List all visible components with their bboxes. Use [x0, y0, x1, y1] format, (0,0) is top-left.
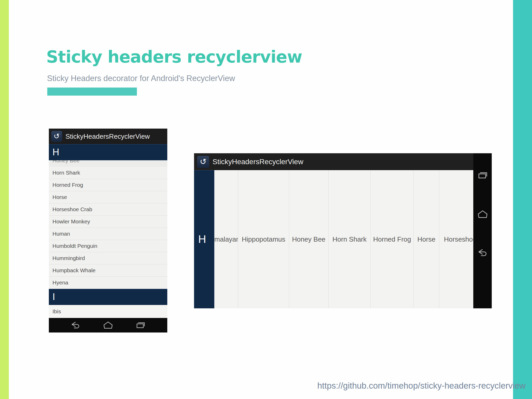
list-item-label: Howler Monkey	[52, 218, 90, 225]
list-item-label: Horseshoe	[444, 235, 473, 243]
list-item: Horseshoe	[439, 170, 473, 308]
list-item: Ibis	[49, 305, 167, 318]
sticky-header-i-letter: I	[52, 291, 55, 302]
landscape-list: H malayan Hippopotamus Honey Bee Horn Sh…	[194, 170, 473, 308]
back-icon	[70, 321, 82, 330]
right-accent-stripe	[513, 0, 532, 399]
list-item-label: Horseshoe Crab	[52, 206, 92, 212]
list-item-label: Horn Shark	[332, 235, 367, 243]
sticky-header-h-letter: H	[52, 147, 59, 158]
landscape-navbar	[473, 153, 492, 308]
list-item: Hummingbird	[49, 252, 167, 264]
list-item-partial: Honey Bee	[49, 160, 167, 167]
app-refresh-icon: ↺	[197, 156, 209, 168]
list-item: Horn Shark	[329, 170, 371, 308]
list-item: Hyena	[49, 277, 167, 289]
list-item: Honey Bee	[289, 170, 329, 308]
left-accent-stripe	[0, 0, 9, 399]
sticky-header-h: H	[194, 170, 214, 308]
list-item: Horned Frog	[371, 170, 414, 308]
list-item: Horse	[49, 191, 167, 203]
portrait-appbar: ↺ StickyHeadersRecyclerView	[49, 129, 167, 144]
landscape-screenshot: ↺ StickyHeadersRecyclerView H malayan Hi…	[194, 153, 492, 308]
github-repo-link[interactable]: https://github.com/timehop/sticky-header…	[317, 381, 526, 391]
portrait-appbar-title: StickyHeadersRecyclerView	[65, 132, 150, 141]
recents-icon	[476, 171, 489, 180]
portrait-navbar	[49, 318, 167, 332]
list-item-partial-label: Honey Bee	[52, 160, 167, 164]
page-subtitle: Sticky Headers decorator for Android's R…	[47, 74, 235, 83]
sticky-header-i: I	[49, 289, 167, 305]
home-icon	[102, 321, 114, 330]
landscape-appbar-title: StickyHeadersRecyclerView	[212, 158, 303, 166]
list-item-label: Horned Frog	[373, 235, 411, 243]
list-item: Humboldt Penguin	[49, 240, 167, 252]
list-item-label: Horse	[52, 194, 67, 200]
list-item: Humpback Whale	[49, 264, 167, 277]
title-underline-bar	[47, 88, 137, 96]
list-item-label: Horn Shark	[52, 170, 80, 176]
list-item-label: Humpback Whale	[52, 267, 96, 274]
list-item-label: Honey Bee	[292, 235, 325, 243]
list-item: Horn Shark	[49, 167, 167, 179]
list-item: malayan	[214, 170, 238, 308]
list-item: Horned Frog	[49, 179, 167, 191]
home-icon	[476, 210, 489, 219]
recents-icon	[135, 321, 147, 330]
list-item-label: Humboldt Penguin	[52, 243, 97, 249]
landscape-appbar: ↺ StickyHeadersRecyclerView	[194, 153, 473, 170]
list-item-label: malayan	[214, 235, 238, 243]
back-icon	[476, 248, 489, 257]
list-item: Human	[49, 228, 167, 240]
list-item-label: Human	[52, 231, 70, 237]
list-item-label: Ibis	[52, 308, 61, 315]
sticky-header-h-letter: H	[198, 233, 206, 245]
list-item: Horse	[414, 170, 439, 308]
list-item-label: Horse	[417, 235, 435, 243]
landscape-cells: malayan Hippopotamus Honey Bee Horn Shar…	[214, 170, 473, 308]
portrait-list: Horn Shark Horned Frog Horse Horseshoe C…	[49, 167, 167, 289]
list-item-label: Hyena	[52, 280, 68, 286]
list-item-label: Horned Frog	[52, 182, 83, 188]
sticky-header-h: H	[49, 144, 167, 160]
portrait-screenshot: ↺ StickyHeadersRecyclerView H Honey Bee …	[49, 129, 167, 332]
list-item: Horseshoe Crab	[49, 203, 167, 216]
list-item: Howler Monkey	[49, 216, 167, 228]
list-item-label: Hummingbird	[52, 255, 85, 261]
app-refresh-icon: ↺	[51, 131, 62, 142]
list-item-label: Hippopotamus	[242, 235, 285, 243]
page-title: Sticky headers recyclerview	[46, 47, 302, 66]
list-item: Hippopotamus	[238, 170, 289, 308]
